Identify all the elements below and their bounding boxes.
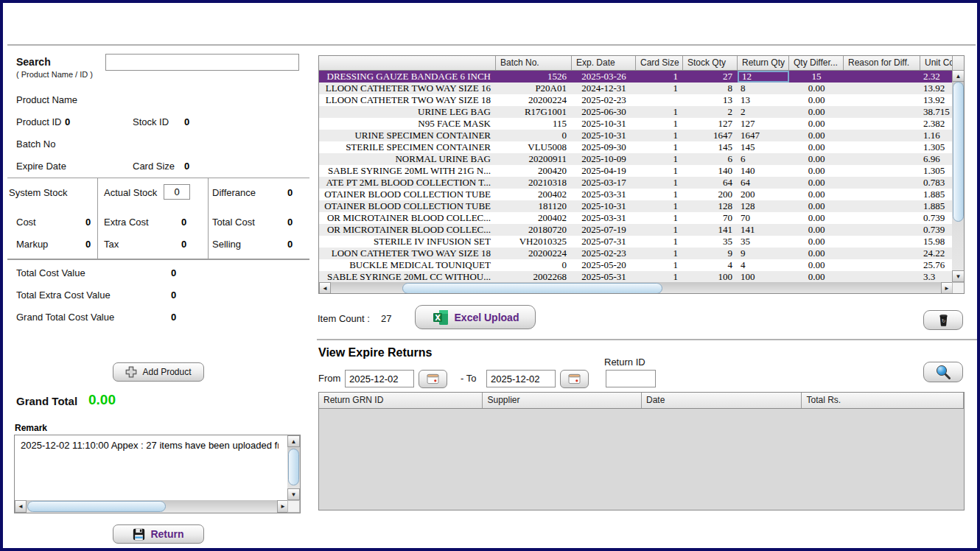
stock-table-cell[interactable]: 0 — [496, 130, 572, 141]
stock-table-row[interactable]: STERILE IV INFUSION SETVH20103252025-07-… — [319, 236, 953, 248]
stock-column-header[interactable]: Unit Cost — [920, 56, 953, 70]
stock-table-cell[interactable]: 27 — [683, 71, 738, 83]
stock-table-cell[interactable]: 2025-03-17 — [572, 177, 636, 189]
stock-table-cell[interactable]: 0 — [496, 259, 572, 271]
stock-table-cell[interactable]: OR MICROTAINER BLOOD COLLEC... — [319, 224, 496, 236]
stock-table-cell[interactable]: 145 — [683, 141, 738, 153]
stock-table-cell[interactable]: 1 — [636, 177, 683, 189]
stock-table-cell[interactable]: OTAINER BLOOD COLLECTION TUBE — [319, 189, 496, 200]
stock-column-header[interactable]: Batch No. — [496, 56, 572, 70]
to-calendar-button[interactable] — [560, 370, 589, 388]
stock-table-cell[interactable]: 128 — [738, 200, 789, 212]
stock-table-cell[interactable]: 2025-06-30 — [572, 106, 636, 118]
stock-table-cell[interactable]: URINE LEG BAG — [319, 106, 496, 118]
stock-table-cell[interactable]: 1 — [636, 271, 683, 283]
stock-table-cell[interactable]: 1.885 — [920, 189, 953, 200]
stock-table-cell[interactable]: 24.22 — [920, 248, 953, 259]
stock-table-cell[interactable]: 9 — [738, 248, 789, 259]
stock-table-cell[interactable]: 2025-10-31 — [572, 200, 636, 212]
stock-table-cell[interactable]: 8 — [683, 83, 738, 94]
stock-table-cell[interactable]: 38.715 — [920, 106, 953, 118]
stock-table-cell[interactable]: 15 — [789, 71, 844, 83]
excel-upload-button[interactable]: X Excel Upload — [415, 305, 536, 329]
stock-table-row[interactable]: URINE SPECIMEN CONTAINER02025-10-3111647… — [319, 130, 953, 141]
stock-table-cell[interactable]: 20200911 — [496, 153, 572, 165]
from-calendar-button[interactable] — [419, 370, 447, 388]
stock-table-row[interactable]: LOON CATHETER TWO WAY SIZE 1820200224202… — [319, 248, 953, 259]
stock-table-cell[interactable] — [844, 248, 920, 259]
stock-table-cell[interactable]: BUCKLE MEDICAL TOUNIQUET — [319, 259, 496, 271]
stock-table-cell[interactable]: 2025-10-31 — [572, 130, 636, 141]
stock-table-cell[interactable]: 0.00 — [789, 271, 844, 283]
stock-table-cell[interactable]: 127 — [683, 118, 738, 130]
stock-table-cell[interactable]: 141 — [683, 224, 738, 236]
remark-horizontal-scrollbar[interactable]: ◄ ► — [15, 500, 289, 513]
stock-table-cell[interactable]: 1 — [636, 189, 683, 200]
stock-table-cell[interactable]: 181120 — [496, 200, 572, 212]
stock-table-cell[interactable]: OTAINER BLOOD COLLECTION TUBE — [319, 200, 496, 212]
stock-table-cell[interactable] — [844, 189, 920, 200]
stock-table-cell[interactable]: LLOON CATHETER TWO WAY SIZE 18 — [319, 94, 496, 106]
return-id-input[interactable] — [606, 370, 656, 387]
stock-table-cell[interactable]: 64 — [738, 177, 789, 189]
stock-table-cell[interactable]: VLU5008 — [496, 141, 572, 153]
stock-table-cell[interactable]: 0.00 — [789, 224, 844, 236]
stock-table-cell[interactable]: 200402 — [496, 189, 572, 200]
stock-column-header[interactable]: Reason for Diff. — [844, 56, 920, 70]
stock-table-cell[interactable]: 127 — [738, 118, 789, 130]
stock-table-cell[interactable]: 2025-05-20 — [572, 259, 636, 271]
returns-column-header[interactable]: Return GRN ID — [319, 393, 483, 408]
stock-table-cell[interactable]: URINE SPECIMEN CONTAINER — [319, 130, 496, 141]
stock-table-cell[interactable]: 1.885 — [920, 200, 953, 212]
stock-table-cell[interactable]: 0.00 — [789, 106, 844, 118]
stock-table-cell[interactable]: 100 — [738, 271, 789, 283]
stock-table-cell[interactable]: 0.00 — [789, 189, 844, 200]
stock-table-cell[interactable]: 20200224 — [496, 94, 572, 106]
stock-table-cell[interactable]: 0.00 — [789, 141, 844, 153]
stock-table-cell[interactable]: R17G1001 — [496, 106, 572, 118]
stock-table-cell[interactable]: 6 — [683, 153, 738, 165]
stock-table-cell[interactable]: STERILE IV INFUSION SET — [319, 236, 496, 248]
stock-table-cell[interactable]: 1526 — [496, 71, 572, 83]
stock-table-cell[interactable]: 25.76 — [920, 259, 953, 271]
stock-table-cell[interactable]: 2002268 — [496, 271, 572, 283]
stock-table-row[interactable]: NORMAL URINE BAG202009112025-10-091660.0… — [319, 153, 953, 165]
stock-table-cell[interactable]: SABLE SYRINGE 20ML CC WITHOU... — [319, 271, 496, 283]
from-date-input[interactable] — [345, 370, 414, 387]
returns-column-header[interactable]: Date — [642, 393, 802, 408]
stock-table-cell[interactable]: 35 — [738, 236, 789, 248]
stock-table-cell[interactable]: 1.305 — [920, 165, 953, 177]
stock-table-row[interactable]: BUCKLE MEDICAL TOUNIQUET02025-05-201440.… — [319, 259, 953, 271]
stock-table-cell[interactable]: 9 — [683, 248, 738, 259]
stock-table-cell[interactable]: 0.00 — [789, 94, 844, 106]
stock-table-cell[interactable]: 6 — [738, 153, 789, 165]
stock-table-cell[interactable]: 1 — [636, 153, 683, 165]
stock-table-cell[interactable]: 1 — [636, 259, 683, 271]
stock-table-cell[interactable]: 2.382 — [920, 118, 953, 130]
stock-table-cell[interactable]: 2 — [738, 106, 789, 118]
stock-table-cell[interactable]: 1 — [636, 106, 683, 118]
remark-hscroll-thumb[interactable] — [27, 501, 166, 512]
stock-table-cell[interactable]: 3.3 — [920, 271, 953, 283]
stock-table-cell[interactable]: 1647 — [738, 130, 789, 141]
stock-table-row[interactable]: LLOON CATHETER TWO WAY SIZE 16P20A012024… — [319, 83, 953, 94]
stock-table-row[interactable]: OR MICROTAINER BLOOD COLLEC...2004022025… — [319, 212, 953, 224]
stock-table-cell[interactable]: 0.739 — [920, 212, 953, 224]
stock-table-cell[interactable]: 2025-04-19 — [572, 165, 636, 177]
stock-column-header[interactable]: Return Qty — [738, 56, 789, 70]
stock-table-cell[interactable]: 0.00 — [789, 248, 844, 259]
stock-table-cell[interactable]: 1 — [636, 118, 683, 130]
stock-table-cell[interactable]: 1 — [636, 248, 683, 259]
stock-table-cell[interactable] — [844, 71, 920, 83]
stock-table-cell[interactable] — [844, 259, 920, 271]
stock-table-row[interactable]: SABLE SYRINGE 20ML WITH 21G N...20042020… — [319, 165, 953, 177]
stock-table-cell[interactable]: 2025-03-26 — [572, 71, 636, 83]
stock-table-row[interactable]: URINE LEG BAGR17G10012025-06-301220.0038… — [319, 106, 953, 118]
stock-table-cell[interactable] — [844, 271, 920, 283]
stock-table-cell[interactable]: LOON CATHETER TWO WAY SIZE 18 — [319, 248, 496, 259]
scroll-up-icon[interactable]: ▲ — [287, 435, 300, 447]
stock-table-cell[interactable]: P20A01 — [496, 83, 572, 94]
stock-table-cell[interactable]: 1647 — [683, 130, 738, 141]
stock-table-cell[interactable]: 20200224 — [496, 248, 572, 259]
stock-table-cell[interactable] — [844, 165, 920, 177]
